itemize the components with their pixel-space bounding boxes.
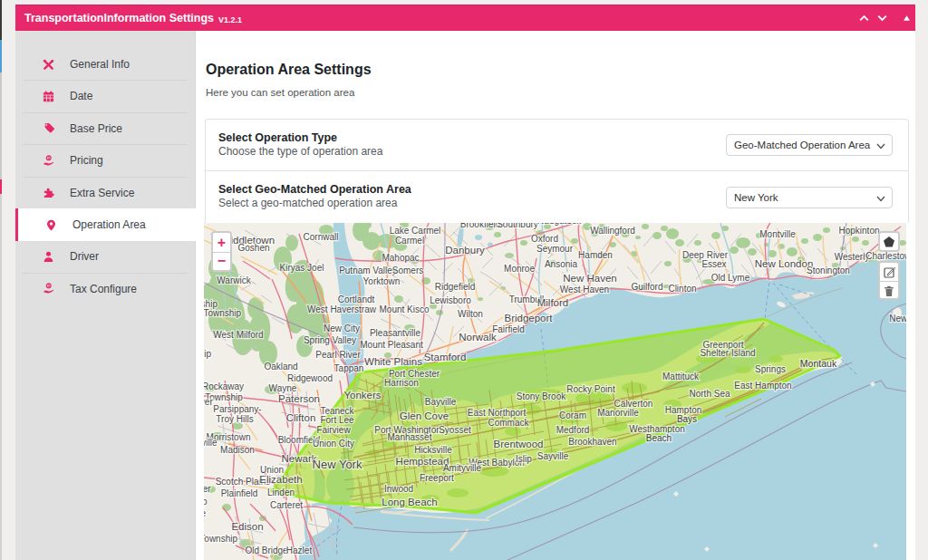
svg-text:Oakland: Oakland <box>264 362 297 372</box>
svg-text:Warwick: Warwick <box>217 275 251 285</box>
svg-text:West Haven: West Haven <box>560 285 609 294</box>
svg-text:Shelter Island: Shelter Island <box>700 348 755 358</box>
svg-text:Stamford: Stamford <box>424 352 467 362</box>
svg-text:Montauk: Montauk <box>800 358 837 369</box>
svg-text:Sayville: Sayville <box>537 451 569 461</box>
svg-text:Troy Hills: Troy Hills <box>216 414 253 424</box>
svg-text:Westerly: Westerly <box>835 252 870 262</box>
svg-text:$: $ <box>47 156 50 160</box>
svg-text:Paterson: Paterson <box>278 393 320 404</box>
svg-text:Long Beach: Long Beach <box>382 497 437 507</box>
svg-text:Southbury: Southbury <box>497 223 538 229</box>
svg-text:Old Lyme: Old Lyme <box>711 273 750 283</box>
svg-text:Pleasantville: Pleasantville <box>370 328 421 338</box>
svg-text:Glen Cove: Glen Cove <box>400 410 449 421</box>
svg-text:Spring Valley: Spring Valley <box>304 335 356 345</box>
svg-text:Seymour: Seymour <box>536 244 574 254</box>
svg-text:Naugatuck: Naugatuck <box>537 223 582 226</box>
svg-text:Plainfield: Plainfield <box>221 488 258 498</box>
svg-text:Yorktown: Yorktown <box>363 276 401 286</box>
svg-text:$: $ <box>47 284 50 288</box>
svg-text:rdsville: rdsville <box>204 438 218 448</box>
svg-text:Putnam Valley: Putnam Valley <box>339 266 397 275</box>
svg-text:Lewisboro: Lewisboro <box>430 295 471 305</box>
svg-text:Cornwall: Cornwall <box>304 232 339 242</box>
svg-text:ater: ater <box>204 484 211 494</box>
svg-text:hip: hip <box>204 497 208 507</box>
svg-text:Medford: Medford <box>556 425 590 435</box>
svg-text:Deep River: Deep River <box>682 250 729 260</box>
svg-text:Ansonia: Ansonia <box>545 259 578 269</box>
svg-text:Charlestown: Charlestown <box>865 251 906 261</box>
svg-text:Inwood: Inwood <box>384 484 413 494</box>
svg-text:New Haven: New Haven <box>563 273 616 284</box>
svg-text:Clinton: Clinton <box>668 284 696 294</box>
svg-text:Stonington: Stonington <box>807 266 850 275</box>
svg-text:Hicksville: Hicksville <box>414 445 452 455</box>
svg-text:Linden: Linden <box>267 488 295 497</box>
svg-text:Guilford: Guilford <box>631 282 662 292</box>
svg-text:Milford: Milford <box>537 297 569 308</box>
svg-text:Monroe: Monroe <box>504 264 535 274</box>
svg-text:Manhasset: Manhasset <box>388 432 432 442</box>
svg-text:Bayville: Bayville <box>425 397 457 407</box>
svg-text:rnon Township: rnon Township <box>204 308 242 318</box>
svg-text:Lake Carmel: Lake Carmel <box>390 226 441 236</box>
svg-text:Carteret: Carteret <box>270 500 303 510</box>
svg-text:Harrison: Harrison <box>384 378 419 388</box>
svg-text:Mount Kisco: Mount Kisco <box>379 304 429 314</box>
svg-text:Hazlet: Hazlet <box>286 546 313 555</box>
svg-text:Elizabeth: Elizabeth <box>259 474 302 485</box>
svg-text:Manorville: Manorville <box>597 408 639 418</box>
svg-text:Brookfield: Brookfield <box>460 223 500 229</box>
svg-text:Ridgewood: Ridgewood <box>287 373 333 383</box>
svg-text:White Plains: White Plains <box>364 356 422 367</box>
svg-text:Clifton: Clifton <box>286 412 316 423</box>
svg-text:Stony Brook: Stony Brook <box>517 391 566 401</box>
svg-text:New London: New London <box>755 258 814 269</box>
svg-text:Mattituck: Mattituck <box>662 372 700 381</box>
svg-text:Syosset: Syosset <box>439 425 471 435</box>
svg-text:Goshen: Goshen <box>237 243 269 253</box>
svg-text:over: over <box>204 397 213 407</box>
svg-text:Parsippany-: Parsippany- <box>213 404 261 414</box>
svg-text:Mount Pleasant: Mount Pleasant <box>360 340 423 350</box>
svg-text:Edison: Edison <box>231 521 263 532</box>
svg-text:Brookhaven: Brookhaven <box>568 437 616 447</box>
svg-text:Old Bridge: Old Bridge <box>245 546 288 555</box>
svg-text:Somers: Somers <box>392 266 423 275</box>
svg-text:Wayne: Wayne <box>269 383 297 393</box>
svg-text:Coram: Coram <box>559 410 586 420</box>
svg-text:Cortlandt: Cortlandt <box>338 294 375 304</box>
svg-text:Danbury: Danbury <box>445 245 485 256</box>
svg-text:Fairview: Fairview <box>316 425 351 435</box>
svg-text:Beach: Beach <box>646 433 672 443</box>
svg-text:East Hampton: East Hampton <box>734 381 791 391</box>
svg-text:Montville: Montville <box>759 229 796 239</box>
svg-text:Rocky Point: Rocky Point <box>566 384 615 394</box>
svg-text:Fairfield: Fairfield <box>492 324 525 334</box>
svg-text:Mahopac: Mahopac <box>382 253 419 263</box>
svg-text:Hamden: Hamden <box>578 250 613 260</box>
svg-text:Tappan: Tappan <box>334 363 364 373</box>
svg-text:Amityville: Amityville <box>443 463 482 473</box>
svg-text:Brentwood: Brentwood <box>494 439 544 449</box>
svg-text:Kiryas Joel: Kiryas Joel <box>280 263 324 273</box>
svg-text:Hempstead: Hempstead <box>396 456 450 467</box>
svg-text:Madison: Madison <box>220 445 255 455</box>
svg-text:Norwalk: Norwalk <box>459 332 497 343</box>
svg-text:North Sea: North Sea <box>689 389 730 399</box>
svg-text:Bridgeport: Bridgeport <box>504 313 553 323</box>
svg-text:Wilton: Wilton <box>458 309 483 319</box>
svg-text:Pearl River: Pearl River <box>315 350 361 360</box>
svg-text:New S: New S <box>889 314 906 323</box>
svg-text:Wallingford: Wallingford <box>590 226 635 236</box>
svg-text:Islip: Islip <box>516 454 532 464</box>
svg-text:East Northport: East Northport <box>468 408 527 418</box>
svg-text:Union City: Union City <box>313 439 354 449</box>
svg-text:Ridgefield: Ridgefield <box>435 282 475 292</box>
svg-text:West Haverstraw: West Haverstraw <box>307 304 377 314</box>
svg-text:New York: New York <box>313 458 362 471</box>
svg-text:Yonkers: Yonkers <box>343 390 381 401</box>
svg-text:Carmel: Carmel <box>395 236 424 246</box>
